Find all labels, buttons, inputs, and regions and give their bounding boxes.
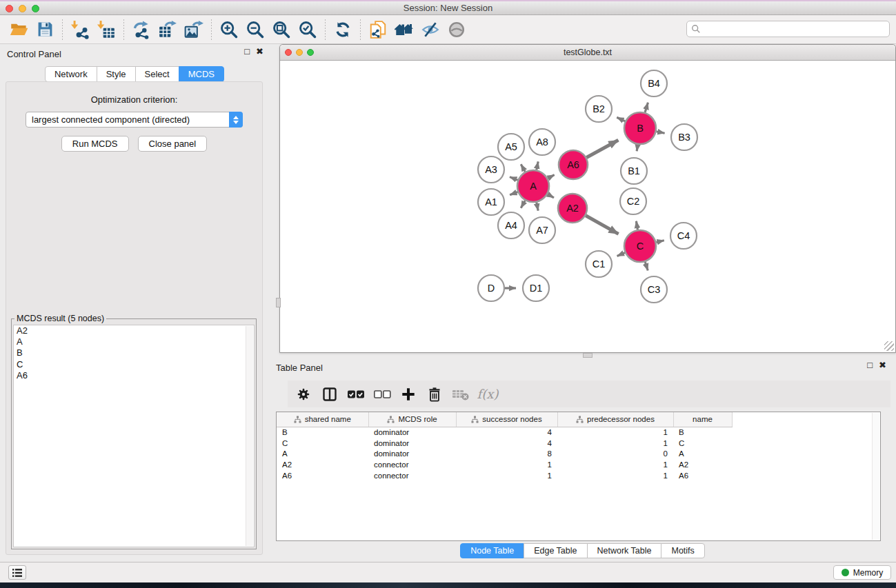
cell-name[interactable]: A2 [673, 459, 732, 470]
cell-successor-nodes[interactable]: 4 [456, 438, 557, 449]
cell-name[interactable]: A6 [673, 470, 732, 481]
cell-predecessor-nodes[interactable]: 1 [557, 427, 673, 438]
table-row[interactable]: Adominator80A [277, 449, 880, 460]
graph-node-A3[interactable]: A3 [478, 156, 504, 183]
tab-mcds[interactable]: MCDS [179, 66, 224, 82]
new-network-from-selection-button[interactable] [365, 18, 391, 41]
graph-node-C3[interactable]: C3 [641, 276, 667, 303]
graph-edge-A6-B[interactable] [586, 140, 618, 157]
tab-node-table[interactable]: Node Table [460, 543, 524, 558]
list-item[interactable]: A [14, 336, 254, 347]
graph-node-B2[interactable]: B2 [586, 96, 612, 122]
close-panel-button[interactable]: Close panel [138, 136, 208, 152]
list-item[interactable]: C [14, 359, 254, 370]
cell-predecessor-nodes[interactable]: 1 [557, 470, 673, 481]
minimize-window-button[interactable] [19, 5, 26, 12]
graph-edge-A-A3[interactable] [510, 177, 518, 181]
mcds-result-list[interactable]: A2ABCA6 [13, 325, 255, 547]
graph-edge-B-B2[interactable] [617, 117, 625, 121]
create-column-button[interactable] [397, 383, 420, 405]
graph-node-B3[interactable]: B3 [671, 124, 697, 150]
graph-edge-A-A2[interactable] [548, 194, 554, 198]
select-all-columns-button[interactable] [344, 383, 368, 405]
delete-table-button[interactable] [449, 383, 472, 405]
graph-node-A6[interactable]: A6 [559, 150, 588, 179]
cell-MCDS-role[interactable]: dominator [368, 438, 456, 449]
table-scrollbar[interactable] [872, 413, 879, 540]
graph-edge-C-C1[interactable] [617, 253, 625, 256]
zoom-in-button[interactable] [216, 18, 242, 41]
divider-handle[interactable] [583, 353, 593, 358]
search-input[interactable] [701, 24, 885, 34]
graph-edge-A-A6[interactable] [548, 175, 554, 179]
graph-node-A2[interactable]: A2 [558, 194, 587, 223]
table-mode-button[interactable] [318, 383, 341, 405]
cell-shared-name[interactable]: C [277, 438, 368, 449]
graph-node-C2[interactable]: C2 [620, 188, 646, 214]
window-resize-grip[interactable] [884, 341, 894, 351]
graph-node-C4[interactable]: C4 [670, 223, 697, 249]
cell-name[interactable]: A [673, 449, 732, 460]
column-header-shared-name[interactable]: shared name [277, 412, 368, 427]
run-mcds-button[interactable]: Run MCDS [61, 136, 129, 152]
cell-successor-nodes[interactable]: 1 [456, 470, 557, 481]
graph-node-B1[interactable]: B1 [621, 158, 647, 184]
show-graphics-details-button[interactable] [444, 18, 470, 41]
graph-node-A5[interactable]: A5 [498, 134, 524, 160]
table-row[interactable]: A2connector11A2 [277, 459, 880, 470]
cell-predecessor-nodes[interactable]: 0 [557, 449, 673, 460]
graph-node-C1[interactable]: C1 [586, 251, 612, 277]
list-item[interactable]: B [14, 347, 254, 358]
zoom-selected-button[interactable] [295, 18, 321, 41]
graph-edge-C-C3[interactable] [645, 262, 648, 270]
task-history-button[interactable] [8, 565, 26, 580]
tab-edge-table[interactable]: Edge Table [524, 543, 587, 558]
close-panel-icon[interactable]: ✖ [879, 361, 886, 370]
graph-node-C[interactable]: C [624, 230, 656, 262]
cell-predecessor-nodes[interactable]: 1 [557, 459, 673, 470]
network-close-button[interactable] [285, 49, 292, 56]
cell-MCDS-role[interactable]: connector [368, 459, 456, 470]
export-network-button[interactable] [128, 18, 155, 41]
graph-node-B4[interactable]: B4 [641, 70, 667, 97]
hide-graphics-details-button[interactable] [417, 18, 444, 41]
deselect-all-columns-button[interactable] [370, 383, 394, 405]
import-table-button[interactable] [93, 18, 119, 41]
tab-style[interactable]: Style [97, 66, 136, 82]
list-item[interactable]: A2 [14, 325, 254, 336]
column-header-MCDS-role[interactable]: MCDS role [368, 412, 456, 427]
cell-predecessor-nodes[interactable]: 1 [557, 438, 673, 449]
cell-MCDS-role[interactable]: connector [368, 470, 456, 481]
list-scrollbar[interactable] [246, 326, 253, 546]
graph-edge-C-C4[interactable] [656, 241, 664, 243]
table-row[interactable]: Cdominator41C [277, 438, 880, 449]
cell-successor-nodes[interactable]: 1 [456, 459, 557, 470]
cell-shared-name[interactable]: A [277, 449, 368, 460]
graph-edge-A-A1[interactable] [510, 192, 517, 194]
graph-edge-C-C2[interactable] [636, 221, 637, 230]
graph-node-A8[interactable]: A8 [529, 129, 555, 155]
network-minimize-button[interactable] [296, 49, 303, 56]
graph-node-B[interactable]: B [624, 112, 656, 144]
graph-node-A[interactable]: A [517, 170, 549, 202]
column-header-successor-nodes[interactable]: successor nodes [456, 412, 557, 427]
graph-edge-A-A8[interactable] [537, 161, 538, 170]
memory-button[interactable]: Memory [833, 565, 891, 580]
delete-columns-button[interactable] [423, 383, 446, 405]
graph-edge-A-A5[interactable] [521, 164, 525, 172]
graph-node-A7[interactable]: A7 [529, 217, 555, 243]
cell-shared-name[interactable]: B [277, 427, 368, 438]
float-panel-icon[interactable]: □ [244, 47, 250, 57]
graph-edge-A-A7[interactable] [537, 203, 538, 211]
zoom-window-button[interactable] [32, 5, 39, 12]
cell-MCDS-role[interactable]: dominator [368, 449, 456, 460]
export-table-button[interactable] [155, 18, 181, 41]
export-image-button[interactable] [181, 18, 207, 41]
tab-motifs[interactable]: Motifs [661, 543, 704, 558]
optimization-criterion-select[interactable]: largest connected component (directed) [26, 112, 243, 128]
zoom-fit-button[interactable] [268, 18, 295, 41]
list-item[interactable]: A6 [14, 370, 254, 381]
close-window-button[interactable] [6, 5, 13, 12]
graph-edge-A-A4[interactable] [521, 201, 525, 208]
cell-shared-name[interactable]: A2 [277, 459, 368, 470]
